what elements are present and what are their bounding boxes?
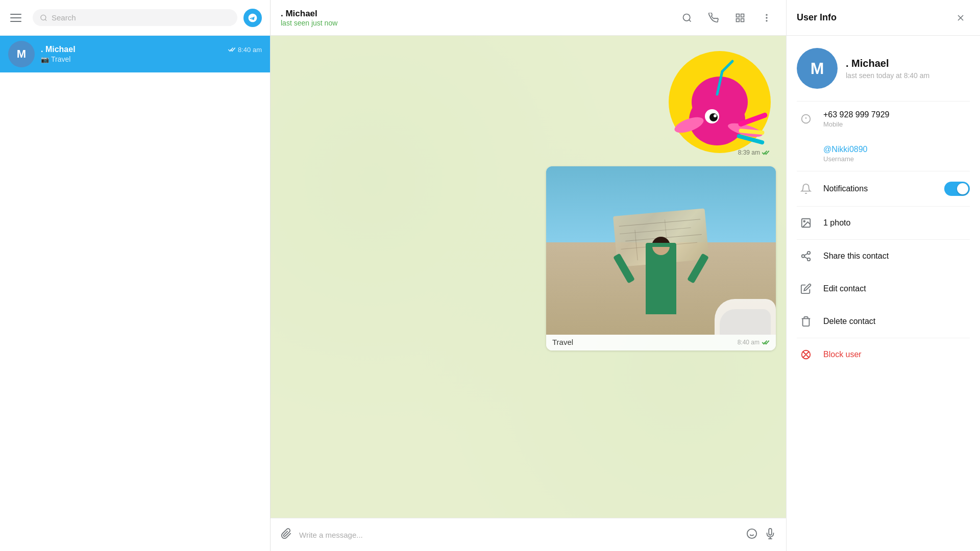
delete-contact-row[interactable]: Delete contact — [787, 305, 980, 338]
bell-icon — [797, 180, 815, 198]
notifications-toggle[interactable] — [944, 182, 970, 196]
user-status-text: last seen today at 8:40 am — [846, 71, 929, 80]
edit-contact-label: Edit contact — [823, 284, 866, 293]
phone-call-button[interactable] — [704, 9, 723, 27]
chat-header: . Michael last seen just now — [271, 0, 786, 36]
phone-row: +63 928 999 7929 Mobile — [787, 102, 980, 136]
svg-point-8 — [766, 20, 767, 21]
username-info: @Nikki0890 Username — [823, 145, 970, 163]
svg-rect-5 — [737, 18, 740, 21]
notifications-row: Notifications — [787, 171, 980, 206]
telegram-logo — [243, 9, 262, 27]
share-icon — [797, 247, 815, 265]
photos-row[interactable]: 1 photo — [787, 207, 980, 239]
search-icon — [40, 14, 47, 22]
block-user-row[interactable]: Block user — [787, 338, 980, 371]
svg-point-7 — [766, 17, 767, 18]
user-info-panel: User Info M . Michael last seen today at… — [786, 0, 980, 551]
svg-point-37 — [807, 252, 811, 255]
svg-point-39 — [807, 258, 811, 261]
chat-header-status: last seen just now — [281, 19, 672, 27]
mic-button[interactable] — [765, 528, 776, 542]
image-caption: Travel — [552, 338, 573, 346]
notifications-label: Notifications — [823, 184, 936, 193]
svg-line-24 — [722, 61, 732, 71]
phone-number: +63 928 999 7929 — [823, 110, 970, 119]
user-profile-text: . Michael last seen today at 8:40 am — [846, 58, 929, 80]
username-row: @Nikki0890 Username — [787, 136, 980, 171]
avatar: M — [8, 41, 35, 67]
sticker-message: 8:39 am — [281, 46, 776, 160]
share-contact-row[interactable]: Share this contact — [787, 240, 980, 272]
photo-icon — [797, 214, 815, 232]
search-input[interactable] — [52, 13, 230, 22]
emoji-button[interactable] — [746, 528, 757, 542]
sticker-check-icon — [762, 150, 770, 155]
svg-point-6 — [766, 14, 767, 15]
svg-point-16 — [709, 113, 718, 121]
username-value[interactable]: @Nikki0890 — [823, 145, 970, 154]
user-info-title: User Info — [797, 12, 837, 23]
photos-label: 1 photo — [823, 218, 850, 228]
sidebar-header — [0, 0, 270, 36]
phone-info: +63 928 999 7929 Mobile — [823, 110, 970, 128]
phone-label: Mobile — [823, 120, 970, 128]
close-panel-button[interactable] — [951, 9, 970, 27]
svg-point-25 — [747, 529, 756, 538]
svg-point-0 — [41, 15, 46, 20]
svg-rect-2 — [737, 14, 740, 17]
chat-header-name: . Michael — [281, 9, 672, 19]
svg-line-41 — [804, 254, 807, 256]
svg-rect-3 — [741, 14, 744, 17]
sticker-time: 8:39 am — [738, 149, 760, 156]
info-icon — [797, 110, 815, 128]
share-contact-label: Share this contact — [823, 252, 889, 261]
chat-header-info: . Michael last seen just now — [281, 9, 672, 27]
hamburger-menu[interactable] — [8, 9, 27, 27]
user-full-name: . Michael — [846, 58, 929, 69]
chat-area: . Michael last seen just now — [271, 0, 786, 551]
image-message: Travel 8:40 am — [281, 166, 776, 350]
svg-rect-4 — [741, 18, 744, 21]
image-time: 8:40 am — [738, 339, 760, 346]
svg-line-40 — [804, 257, 807, 259]
svg-point-1 — [683, 14, 690, 20]
user-info-header: User Info — [787, 0, 980, 36]
user-avatar-large: M — [797, 48, 838, 89]
message-input[interactable] — [299, 531, 739, 539]
chat-name: . Michael — [41, 45, 76, 54]
block-icon — [797, 345, 815, 364]
search-chat-button[interactable] — [678, 9, 696, 27]
svg-point-38 — [802, 255, 805, 258]
messages-area: 8:39 am — [271, 36, 786, 518]
more-options-button[interactable] — [757, 9, 776, 27]
delete-icon — [797, 312, 815, 331]
chat-info: . Michael 8:40 am 📷 Travel — [41, 45, 262, 63]
chat-item-michael[interactable]: M . Michael 8:40 am 📷 Travel — [0, 36, 270, 72]
double-check-icon — [228, 47, 236, 52]
delete-contact-label: Delete contact — [823, 317, 875, 326]
message-input-bar — [271, 518, 786, 551]
chat-time: 8:40 am — [228, 46, 262, 54]
block-user-label: Block user — [823, 350, 862, 359]
image-bubble: Travel 8:40 am — [546, 166, 776, 350]
layout-button[interactable] — [731, 9, 749, 27]
user-info-body: M . Michael last seen today at 8:40 am +… — [787, 36, 980, 551]
attach-button[interactable] — [281, 528, 292, 542]
image-check-icon — [762, 340, 770, 345]
svg-point-17 — [714, 114, 717, 117]
chat-header-actions — [678, 9, 776, 27]
sidebar: M . Michael 8:40 am 📷 Travel — [0, 0, 271, 551]
svg-point-36 — [803, 220, 805, 222]
edit-icon — [797, 280, 815, 298]
edit-contact-row[interactable]: Edit contact — [787, 272, 980, 305]
username-icon-spacer — [797, 144, 815, 163]
chat-preview: Travel — [51, 55, 70, 63]
search-box[interactable] — [33, 9, 237, 26]
preview-icon: 📷 — [41, 56, 49, 63]
sticker-bubble: 8:39 am — [664, 46, 776, 160]
username-label: Username — [823, 155, 970, 163]
user-profile-section: M . Michael last seen today at 8:40 am — [787, 36, 980, 101]
svg-line-23 — [717, 71, 722, 94]
